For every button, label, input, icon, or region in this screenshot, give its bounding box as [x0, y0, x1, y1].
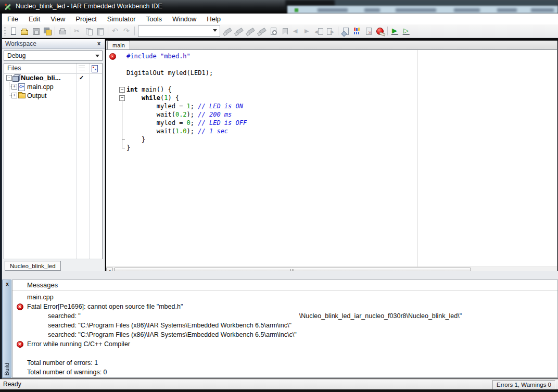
build-panel-side-strip: x Build [2, 280, 11, 378]
find-icon [223, 27, 232, 35]
fold-collapse-icon[interactable]: − [119, 95, 125, 101]
build-target-check-icon: ✓ [79, 74, 84, 81]
print-button[interactable] [57, 26, 68, 36]
save-all-button[interactable] [42, 26, 53, 36]
tree-row-output[interactable]: +Output [4, 91, 102, 100]
menu-item-tools[interactable]: Tools [141, 14, 167, 24]
toggle-bookmark-button[interactable] [279, 26, 290, 36]
error-icon: ✕ [17, 304, 23, 310]
cut-button[interactable] [72, 26, 83, 36]
code-line [106, 60, 557, 69]
build-tab[interactable]: Build [4, 363, 10, 375]
save-button[interactable] [30, 26, 42, 36]
expand-icon[interactable]: + [11, 84, 17, 90]
code-line: myled = 1; // LED is ON [106, 102, 557, 110]
folder-icon [18, 92, 26, 99]
message-row[interactable]: Total number of errors: 1 [12, 358, 557, 368]
configuration-dropdown[interactable]: Debug [4, 50, 103, 61]
download-and-debug-icon [391, 27, 399, 35]
menu-item-project[interactable]: Project [70, 14, 102, 24]
tree-item-label: Output [27, 92, 47, 99]
replace-button[interactable] [268, 26, 279, 36]
chevron-down-icon[interactable] [211, 27, 219, 35]
background-favicon-blur [295, 8, 298, 12]
menu-item-view[interactable]: View [45, 14, 70, 24]
window-bottom-edge [0, 389, 558, 392]
download-and-debug-button[interactable] [389, 26, 401, 36]
navigate-backward-icon [315, 27, 323, 35]
collapse-icon[interactable]: - [6, 75, 12, 81]
previous-bookmark-button[interactable] [290, 26, 302, 36]
code-line: myled = 0; // LED is OFF [106, 119, 557, 127]
menu-item-edit[interactable]: Edit [23, 14, 45, 24]
new-document-icon [9, 27, 17, 35]
make-button[interactable] [351, 26, 363, 36]
new-document-button[interactable] [7, 26, 19, 36]
editor-tab-main[interactable]: main [107, 41, 130, 49]
workspace-title: Workspace [5, 40, 36, 47]
find-in-files-icon [258, 27, 266, 35]
message-row[interactable]: main.cpp [12, 293, 557, 302]
tree-row-main-cpp[interactable]: +main.cpp [4, 82, 102, 91]
toggle-breakpoint-button[interactable] [374, 26, 386, 36]
message-row[interactable]: searched: "C:\Program Files (x86)\IAR Sy… [12, 330, 557, 339]
find-combobox[interactable] [138, 26, 220, 37]
toolbar-separator [70, 27, 70, 35]
error-icon: ✕ [17, 341, 23, 348]
messages-box: Messages main.cpp✕Fatal Error[Pe1696]: c… [12, 280, 558, 378]
replace-icon [269, 27, 277, 35]
toolbar-separator [387, 27, 388, 35]
debug-without-downloading-icon [402, 27, 411, 35]
message-row[interactable]: searched: "C:\Program Files (x86)\IAR Sy… [12, 321, 557, 330]
message-row[interactable] [12, 349, 557, 358]
menu-item-window[interactable]: Window [167, 14, 201, 24]
menu-item-help[interactable]: Help [201, 14, 226, 24]
files-column-header[interactable]: Files [4, 64, 102, 74]
fold-collapse-icon[interactable]: − [119, 87, 125, 93]
toolbar-separator [338, 27, 338, 35]
build-panel-close-button[interactable]: x [4, 281, 10, 287]
background-text-blur [531, 8, 554, 12]
title-bar[interactable]: Nucleo_blink_led - IAR Embedded Workbenc… [0, 0, 558, 14]
files-tree-box: Files -Nucleo_bli...✓+main.cpp+Output [4, 63, 103, 259]
menu-item-simulator[interactable]: Simulator [102, 14, 141, 24]
redo-button[interactable] [121, 26, 133, 36]
navigate-backward-button[interactable] [313, 26, 325, 36]
workspace-panel: Workspace x Debug Files -Nucleo_bli...✓+… [2, 39, 105, 271]
configuration-value: Debug [7, 52, 26, 59]
next-bookmark-button[interactable] [302, 26, 313, 36]
workspace-header[interactable]: Workspace x [2, 39, 105, 49]
workspace-bottom-tab[interactable]: Nucleo_blink_led [5, 261, 61, 271]
menu-item-file[interactable]: File [2, 14, 23, 24]
find-next-button[interactable] [233, 26, 245, 36]
debug-without-downloading-button[interactable] [401, 26, 412, 36]
message-row[interactable]: ✕Error while running C/C++ Compiler [12, 339, 557, 349]
save-all-icon [43, 27, 52, 35]
next-bookmark-icon [303, 27, 312, 35]
find-next-icon [235, 27, 243, 35]
toolbar [2, 24, 558, 38]
background-text-blur [364, 8, 380, 12]
find-previous-button[interactable] [245, 26, 256, 36]
undo-button[interactable] [110, 26, 121, 36]
stop-build-button[interactable] [363, 26, 374, 36]
toolbar-grip[interactable] [4, 27, 6, 35]
compile-button[interactable] [340, 26, 351, 36]
copy-button[interactable] [83, 26, 95, 36]
find-in-files-button[interactable] [256, 26, 268, 36]
tree-row-nucleo-bli-[interactable]: -Nucleo_bli...✓ [4, 73, 102, 82]
code-editor[interactable]: ✕#include "mbed.h"DigitalOut myled(LED1)… [106, 50, 557, 267]
open-file-button[interactable] [19, 26, 30, 36]
message-row[interactable]: ✕Fatal Error[Pe1696]: cannot open source… [12, 302, 557, 311]
message-row[interactable]: searched: "\Nucleo_blink_led_iar_nucleo_… [12, 311, 557, 321]
project-cube-icon [12, 74, 20, 81]
window-title: Nucleo_blink_led - IAR Embedded Workbenc… [16, 3, 162, 10]
paste-button[interactable] [95, 26, 106, 36]
expand-icon[interactable]: + [11, 93, 17, 98]
option-levels-icon [79, 66, 85, 71]
navigate-forward-button[interactable] [325, 26, 336, 36]
panel-splitter[interactable] [2, 271, 558, 280]
workspace-close-button[interactable]: x [95, 40, 103, 47]
message-row[interactable]: Total number of warnings: 0 [12, 368, 557, 377]
find-button[interactable] [222, 26, 233, 36]
